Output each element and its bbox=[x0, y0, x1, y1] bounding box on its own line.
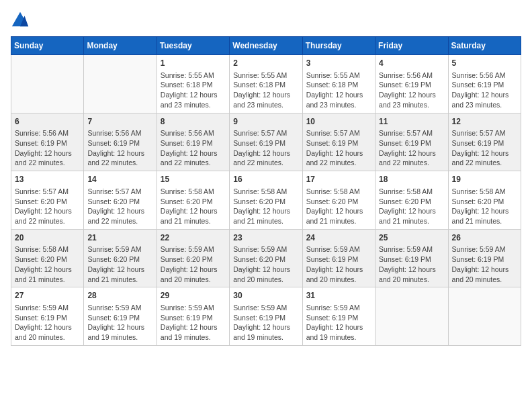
calendar-day-cell: 14Sunrise: 5:57 AM Sunset: 6:20 PM Dayli… bbox=[84, 171, 157, 230]
calendar-week-row: 1Sunrise: 5:55 AM Sunset: 6:18 PM Daylig… bbox=[11, 55, 521, 113]
calendar-day-cell: 22Sunrise: 5:59 AM Sunset: 6:20 PM Dayli… bbox=[157, 229, 229, 287]
weekday-header-sunday: Sunday bbox=[11, 37, 84, 55]
calendar-day-cell: 5Sunrise: 5:56 AM Sunset: 6:19 PM Daylig… bbox=[448, 55, 521, 113]
calendar-day-cell: 6Sunrise: 5:56 AM Sunset: 6:19 PM Daylig… bbox=[11, 113, 84, 171]
calendar-day-cell: 24Sunrise: 5:59 AM Sunset: 6:19 PM Dayli… bbox=[302, 229, 375, 287]
day-info: Sunrise: 5:59 AM Sunset: 6:19 PM Dayligh… bbox=[161, 303, 226, 342]
day-number: 13 bbox=[15, 174, 80, 185]
day-info: Sunrise: 5:57 AM Sunset: 6:19 PM Dayligh… bbox=[452, 128, 517, 168]
day-number: 21 bbox=[87, 232, 152, 244]
page-header bbox=[11, 11, 521, 30]
calendar-day-cell: 7Sunrise: 5:56 AM Sunset: 6:19 PM Daylig… bbox=[84, 113, 157, 171]
day-info: Sunrise: 5:57 AM Sunset: 6:19 PM Dayligh… bbox=[306, 128, 371, 168]
day-info: Sunrise: 5:59 AM Sunset: 6:19 PM Dayligh… bbox=[379, 244, 444, 284]
calendar-day-cell bbox=[448, 287, 521, 346]
calendar-day-cell: 26Sunrise: 5:59 AM Sunset: 6:19 PM Dayli… bbox=[448, 229, 521, 287]
day-number: 19 bbox=[452, 174, 517, 185]
day-number: 12 bbox=[452, 116, 517, 128]
day-number: 5 bbox=[452, 58, 517, 69]
day-number: 3 bbox=[306, 58, 371, 69]
calendar-day-cell: 30Sunrise: 5:59 AM Sunset: 6:19 PM Dayli… bbox=[230, 287, 302, 346]
calendar-day-cell: 20Sunrise: 5:58 AM Sunset: 6:20 PM Dayli… bbox=[11, 229, 84, 287]
day-info: Sunrise: 5:59 AM Sunset: 6:19 PM Dayligh… bbox=[452, 244, 517, 284]
day-info: Sunrise: 5:59 AM Sunset: 6:20 PM Dayligh… bbox=[87, 244, 152, 284]
day-info: Sunrise: 5:56 AM Sunset: 6:19 PM Dayligh… bbox=[87, 128, 152, 168]
day-number: 25 bbox=[379, 232, 444, 244]
calendar-day-cell: 23Sunrise: 5:59 AM Sunset: 6:20 PM Dayli… bbox=[230, 229, 302, 287]
weekday-header-friday: Friday bbox=[375, 37, 448, 55]
day-info: Sunrise: 5:57 AM Sunset: 6:20 PM Dayligh… bbox=[87, 187, 152, 226]
day-number: 30 bbox=[233, 290, 298, 302]
calendar-week-row: 6Sunrise: 5:56 AM Sunset: 6:19 PM Daylig… bbox=[11, 113, 521, 171]
day-info: Sunrise: 5:55 AM Sunset: 6:18 PM Dayligh… bbox=[233, 71, 298, 110]
calendar-week-row: 27Sunrise: 5:59 AM Sunset: 6:19 PM Dayli… bbox=[11, 287, 521, 346]
day-info: Sunrise: 5:57 AM Sunset: 6:20 PM Dayligh… bbox=[15, 187, 80, 226]
weekday-header-tuesday: Tuesday bbox=[157, 37, 229, 55]
calendar-day-cell: 10Sunrise: 5:57 AM Sunset: 6:19 PM Dayli… bbox=[302, 113, 375, 171]
day-number: 2 bbox=[233, 58, 298, 69]
day-info: Sunrise: 5:56 AM Sunset: 6:19 PM Dayligh… bbox=[15, 128, 80, 168]
day-info: Sunrise: 5:56 AM Sunset: 6:19 PM Dayligh… bbox=[161, 128, 226, 168]
logo-icon bbox=[11, 11, 30, 30]
day-info: Sunrise: 5:56 AM Sunset: 6:19 PM Dayligh… bbox=[379, 71, 444, 110]
day-info: Sunrise: 5:58 AM Sunset: 6:20 PM Dayligh… bbox=[233, 187, 298, 226]
day-info: Sunrise: 5:57 AM Sunset: 6:19 PM Dayligh… bbox=[233, 128, 298, 168]
calendar-day-cell: 1Sunrise: 5:55 AM Sunset: 6:18 PM Daylig… bbox=[157, 55, 229, 113]
calendar-day-cell: 28Sunrise: 5:59 AM Sunset: 6:19 PM Dayli… bbox=[84, 287, 157, 346]
day-info: Sunrise: 5:58 AM Sunset: 6:20 PM Dayligh… bbox=[306, 187, 371, 226]
day-info: Sunrise: 5:55 AM Sunset: 6:18 PM Dayligh… bbox=[306, 71, 371, 110]
day-number: 14 bbox=[87, 174, 152, 185]
calendar-day-cell: 4Sunrise: 5:56 AM Sunset: 6:19 PM Daylig… bbox=[375, 55, 448, 113]
day-number: 28 bbox=[87, 290, 152, 302]
day-number: 16 bbox=[233, 174, 298, 185]
calendar-day-cell: 8Sunrise: 5:56 AM Sunset: 6:19 PM Daylig… bbox=[157, 113, 229, 171]
calendar-day-cell: 11Sunrise: 5:57 AM Sunset: 6:19 PM Dayli… bbox=[375, 113, 448, 171]
day-info: Sunrise: 5:58 AM Sunset: 6:20 PM Dayligh… bbox=[15, 244, 80, 284]
day-number: 8 bbox=[161, 116, 226, 128]
day-info: Sunrise: 5:59 AM Sunset: 6:19 PM Dayligh… bbox=[233, 303, 298, 342]
day-number: 31 bbox=[306, 290, 371, 302]
day-number: 24 bbox=[306, 232, 371, 244]
calendar-day-cell: 18Sunrise: 5:58 AM Sunset: 6:20 PM Dayli… bbox=[375, 171, 448, 230]
day-number: 9 bbox=[233, 116, 298, 128]
calendar-day-cell: 13Sunrise: 5:57 AM Sunset: 6:20 PM Dayli… bbox=[11, 171, 84, 230]
day-info: Sunrise: 5:55 AM Sunset: 6:18 PM Dayligh… bbox=[161, 71, 226, 110]
calendar-day-cell: 31Sunrise: 5:59 AM Sunset: 6:19 PM Dayli… bbox=[302, 287, 375, 346]
day-number: 22 bbox=[161, 232, 226, 244]
day-number: 26 bbox=[452, 232, 517, 244]
day-info: Sunrise: 5:56 AM Sunset: 6:19 PM Dayligh… bbox=[452, 71, 517, 110]
day-info: Sunrise: 5:59 AM Sunset: 6:20 PM Dayligh… bbox=[161, 244, 226, 284]
weekday-header-thursday: Thursday bbox=[302, 37, 375, 55]
calendar-day-cell: 3Sunrise: 5:55 AM Sunset: 6:18 PM Daylig… bbox=[302, 55, 375, 113]
calendar-day-cell: 12Sunrise: 5:57 AM Sunset: 6:19 PM Dayli… bbox=[448, 113, 521, 171]
day-info: Sunrise: 5:57 AM Sunset: 6:19 PM Dayligh… bbox=[379, 128, 444, 168]
calendar-day-cell: 17Sunrise: 5:58 AM Sunset: 6:20 PM Dayli… bbox=[302, 171, 375, 230]
calendar-table: SundayMondayTuesdayWednesdayThursdayFrid… bbox=[11, 36, 521, 346]
day-number: 10 bbox=[306, 116, 371, 128]
day-info: Sunrise: 5:59 AM Sunset: 6:20 PM Dayligh… bbox=[233, 244, 298, 284]
day-info: Sunrise: 5:58 AM Sunset: 6:20 PM Dayligh… bbox=[452, 187, 517, 226]
calendar-day-cell bbox=[375, 287, 448, 346]
day-number: 1 bbox=[161, 58, 226, 69]
day-info: Sunrise: 5:59 AM Sunset: 6:19 PM Dayligh… bbox=[87, 303, 152, 342]
day-info: Sunrise: 5:58 AM Sunset: 6:20 PM Dayligh… bbox=[161, 187, 226, 226]
calendar-week-row: 20Sunrise: 5:58 AM Sunset: 6:20 PM Dayli… bbox=[11, 229, 521, 287]
day-number: 29 bbox=[161, 290, 226, 302]
weekday-header-row: SundayMondayTuesdayWednesdayThursdayFrid… bbox=[11, 37, 521, 55]
day-info: Sunrise: 5:59 AM Sunset: 6:19 PM Dayligh… bbox=[15, 303, 80, 342]
weekday-header-wednesday: Wednesday bbox=[230, 37, 302, 55]
calendar-day-cell: 16Sunrise: 5:58 AM Sunset: 6:20 PM Dayli… bbox=[230, 171, 302, 230]
calendar-week-row: 13Sunrise: 5:57 AM Sunset: 6:20 PM Dayli… bbox=[11, 171, 521, 230]
calendar-day-cell: 25Sunrise: 5:59 AM Sunset: 6:19 PM Dayli… bbox=[375, 229, 448, 287]
day-number: 11 bbox=[379, 116, 444, 128]
calendar-day-cell: 2Sunrise: 5:55 AM Sunset: 6:18 PM Daylig… bbox=[230, 55, 302, 113]
day-number: 15 bbox=[161, 174, 226, 185]
weekday-header-saturday: Saturday bbox=[448, 37, 521, 55]
day-number: 17 bbox=[306, 174, 371, 185]
calendar-day-cell: 21Sunrise: 5:59 AM Sunset: 6:20 PM Dayli… bbox=[84, 229, 157, 287]
calendar-day-cell: 29Sunrise: 5:59 AM Sunset: 6:19 PM Dayli… bbox=[157, 287, 229, 346]
calendar-day-cell: 27Sunrise: 5:59 AM Sunset: 6:19 PM Dayli… bbox=[11, 287, 84, 346]
day-info: Sunrise: 5:59 AM Sunset: 6:19 PM Dayligh… bbox=[306, 244, 371, 284]
day-number: 20 bbox=[15, 232, 80, 244]
calendar-day-cell: 9Sunrise: 5:57 AM Sunset: 6:19 PM Daylig… bbox=[230, 113, 302, 171]
